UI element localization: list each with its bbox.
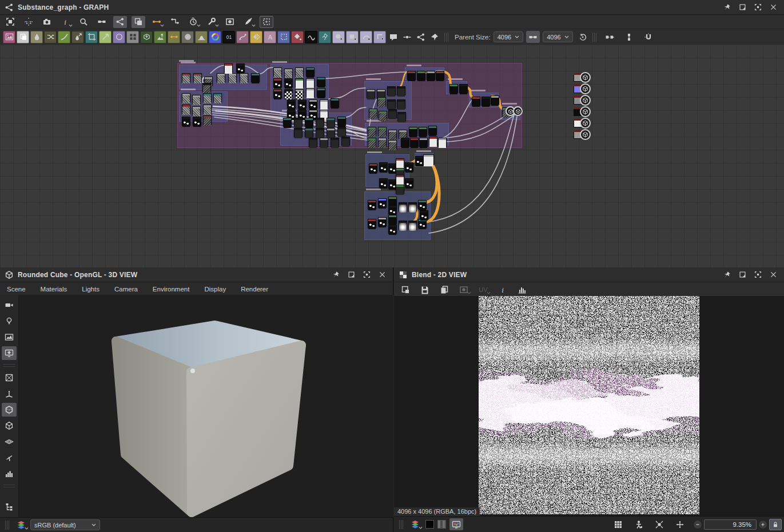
graph-node[interactable] [449, 84, 458, 93]
graph-node[interactable] [409, 127, 417, 136]
corner-dot-node-button[interactable] [373, 31, 386, 43]
graph-node[interactable] [182, 73, 190, 82]
geometry-cube-button[interactable] [2, 419, 17, 433]
menu-scene[interactable]: Scene [7, 286, 26, 293]
graph-node[interactable] [436, 71, 444, 80]
geometry-plane-button[interactable] [2, 371, 17, 385]
curve-dot-node-button[interactable] [360, 31, 372, 43]
height-node-button[interactable] [140, 31, 153, 43]
parent-size-height-select[interactable]: 4096 [543, 31, 572, 42]
graph-node[interactable] [283, 118, 292, 127]
zoom-lock-button[interactable] [769, 519, 782, 530]
graph-node[interactable] [369, 163, 377, 173]
graph-node[interactable] [217, 73, 225, 82]
geometry-axes-button[interactable] [2, 387, 17, 401]
graph-node[interactable] [305, 128, 313, 137]
graph-node[interactable] [298, 99, 307, 109]
geometry-fan-button[interactable] [2, 451, 17, 465]
environment-button[interactable] [2, 330, 17, 344]
menu-display[interactable]: Display [204, 286, 226, 293]
colorspace-select[interactable]: sRGB (default) [30, 519, 100, 530]
graph-node[interactable] [294, 118, 303, 127]
new-view-button[interactable] [399, 283, 412, 295]
output-usage-node[interactable] [574, 107, 593, 117]
graph-node[interactable] [337, 117, 346, 126]
close-icon[interactable] [379, 271, 386, 278]
compute-time-button[interactable] [186, 16, 200, 28]
chain-node-button[interactable] [168, 31, 180, 43]
value-01-node-button[interactable] [222, 31, 235, 43]
output-usage-node[interactable] [574, 85, 593, 94]
bitmap-node-button[interactable] [3, 31, 15, 43]
graph-node[interactable] [417, 71, 425, 80]
output-usage-node[interactable] [574, 73, 593, 83]
graph-node[interactable] [418, 200, 427, 209]
graph-node[interactable] [203, 93, 212, 102]
selection-node-button[interactable] [277, 31, 290, 43]
graph-node[interactable] [305, 118, 313, 127]
menu-camera[interactable]: Camera [114, 286, 138, 293]
shatter-node-button[interactable] [319, 31, 331, 43]
graph-node[interactable] [438, 138, 447, 147]
sphere-node-button[interactable] [181, 31, 194, 43]
graph-node[interactable] [368, 200, 376, 209]
actual-size-button[interactable] [673, 518, 687, 530]
lights-button[interactable] [2, 314, 17, 328]
connection-elbow-button[interactable] [168, 16, 182, 28]
colorspace-layers-button[interactable] [408, 518, 422, 530]
graph-node[interactable] [491, 95, 499, 105]
screenshot-button[interactable] [40, 16, 54, 28]
graph-node[interactable] [472, 97, 480, 106]
graph-node[interactable] [368, 127, 376, 136]
graph-node[interactable] [399, 202, 407, 211]
channels-rgb-button[interactable] [449, 518, 463, 530]
graph-node[interactable] [378, 217, 387, 226]
graph-node[interactable] [396, 158, 404, 167]
graph-node[interactable] [369, 109, 377, 118]
graph-node[interactable] [284, 78, 293, 87]
graph-node[interactable] [337, 127, 346, 136]
color-wheel-node-button[interactable] [209, 31, 221, 43]
snap-grid-button[interactable] [260, 16, 273, 28]
graph-node[interactable] [192, 106, 201, 115]
graph-node[interactable] [405, 178, 413, 187]
physical-scale-button[interactable] [632, 518, 646, 530]
graph-node[interactable] [405, 162, 413, 171]
graph-node[interactable] [228, 73, 237, 82]
menu-environment[interactable]: Environment [153, 286, 190, 293]
graph-node[interactable] [368, 138, 376, 147]
graph-node[interactable] [294, 128, 303, 137]
bar-grip[interactable] [5, 521, 9, 530]
geometry-quad-button[interactable] [2, 435, 17, 449]
graph-node[interactable] [410, 138, 419, 147]
zoom-level-field[interactable]: 9.35% [704, 519, 757, 530]
zoom-in-button[interactable] [759, 521, 767, 529]
float-window-icon[interactable] [739, 3, 746, 11]
uv-overlay-button[interactable]: UV [476, 283, 490, 295]
graph-node[interactable] [236, 63, 245, 73]
node-info-button[interactable] [58, 16, 72, 28]
zoom-actual-button[interactable] [22, 16, 35, 28]
graph-node[interactable] [273, 67, 282, 77]
graph-node[interactable] [379, 178, 388, 187]
channel-shuffle-node-button[interactable] [44, 31, 57, 43]
graph-node[interactable] [401, 138, 409, 147]
graph-node[interactable] [397, 99, 405, 109]
gradient-dot-node-button[interactable] [332, 31, 345, 43]
graph-canvas[interactable] [0, 45, 784, 267]
graph-node[interactable] [415, 156, 424, 165]
graph-node[interactable] [459, 84, 468, 93]
graph-node[interactable] [273, 89, 282, 98]
svg-node-button[interactable] [17, 31, 29, 43]
colorspace-layers-button[interactable] [14, 519, 28, 531]
curve-editor-node-button[interactable] [236, 31, 249, 43]
close-icon[interactable] [770, 3, 777, 11]
output-usage-node[interactable] [574, 96, 593, 106]
graph-node[interactable] [367, 89, 375, 98]
graph-node[interactable] [419, 138, 428, 147]
scene-tree-button[interactable] [2, 500, 17, 514]
clean-graph-button[interactable] [241, 16, 255, 28]
copy-image-button[interactable] [437, 283, 451, 295]
graph-node[interactable] [320, 99, 328, 109]
menu-materials[interactable]: Materials [41, 286, 67, 293]
